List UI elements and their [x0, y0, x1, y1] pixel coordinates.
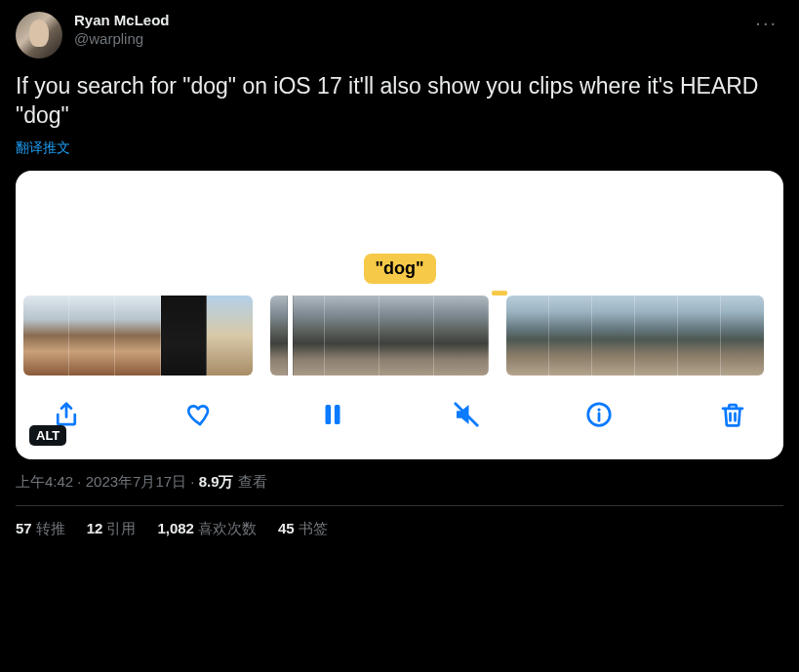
- views-label: 查看: [234, 473, 267, 490]
- tweet-container: Ryan McLeod @warpling ··· If you search …: [0, 0, 799, 550]
- pause-button[interactable]: [317, 399, 348, 430]
- delete-button[interactable]: [717, 399, 748, 430]
- scrub-marker: [492, 291, 507, 296]
- video-frame: [23, 296, 69, 376]
- avatar[interactable]: [16, 12, 62, 59]
- video-frame: [721, 296, 764, 376]
- divider: [16, 505, 783, 506]
- user-block[interactable]: Ryan McLeod @warpling: [74, 12, 170, 49]
- search-term-badge: "dog": [363, 254, 435, 284]
- more-button[interactable]: ···: [749, 12, 783, 34]
- clip-group[interactable]: [506, 296, 764, 376]
- svg-rect-0: [326, 405, 332, 424]
- video-frame: [115, 296, 161, 376]
- likes-stat[interactable]: 1,082喜欢次数: [157, 520, 257, 538]
- video-frame: [592, 296, 635, 376]
- video-frame: [69, 296, 115, 376]
- stats-row: 57转推 12引用 1,082喜欢次数 45书签: [16, 520, 783, 538]
- views-count: 8.9万: [199, 473, 234, 490]
- video-frame: [325, 296, 380, 376]
- clip-group[interactable]: [270, 296, 489, 376]
- video-frame: [161, 296, 207, 376]
- tweet-text: If you search for "dog" on iOS 17 it'll …: [16, 72, 783, 131]
- favorite-button[interactable]: [184, 399, 216, 430]
- svg-point-4: [598, 408, 601, 411]
- playhead[interactable]: [288, 296, 293, 376]
- display-name: Ryan McLeod: [74, 12, 170, 30]
- media-card[interactable]: "dog": [16, 171, 783, 459]
- bookmarks-stat[interactable]: 45书签: [278, 520, 328, 538]
- video-frame: [207, 296, 253, 376]
- info-icon: [584, 400, 614, 429]
- mute-button[interactable]: [451, 399, 482, 430]
- media-toolbar: [16, 387, 783, 452]
- tweet-header: Ryan McLeod @warpling ···: [16, 12, 783, 59]
- scrubber-row[interactable]: [16, 284, 783, 387]
- trash-icon: [718, 400, 747, 429]
- svg-rect-1: [335, 405, 340, 424]
- media-top: "dog": [16, 171, 783, 284]
- pause-icon: [318, 400, 347, 429]
- info-button[interactable]: [583, 399, 615, 430]
- translate-link[interactable]: 翻译推文: [16, 139, 70, 157]
- alt-badge[interactable]: ALT: [29, 425, 66, 446]
- video-frame: [678, 296, 721, 376]
- video-frame: [434, 296, 489, 376]
- tweet-time[interactable]: 上午4:42: [16, 473, 73, 490]
- video-frame: [270, 296, 325, 376]
- retweets-stat[interactable]: 57转推: [16, 520, 65, 538]
- video-frame: [549, 296, 592, 376]
- user-handle: @warpling: [74, 30, 170, 49]
- tweet-date[interactable]: 2023年7月17日: [86, 473, 186, 490]
- video-frame: [380, 296, 434, 376]
- heart-icon: [185, 400, 215, 429]
- quotes-stat[interactable]: 12引用: [87, 520, 137, 538]
- speaker-muted-icon: [452, 400, 481, 429]
- video-frame: [506, 296, 549, 376]
- tweet-meta: 上午4:42 · 2023年7月17日 · 8.9万 查看: [16, 473, 783, 492]
- video-frame: [635, 296, 678, 376]
- clip-group[interactable]: [23, 296, 253, 376]
